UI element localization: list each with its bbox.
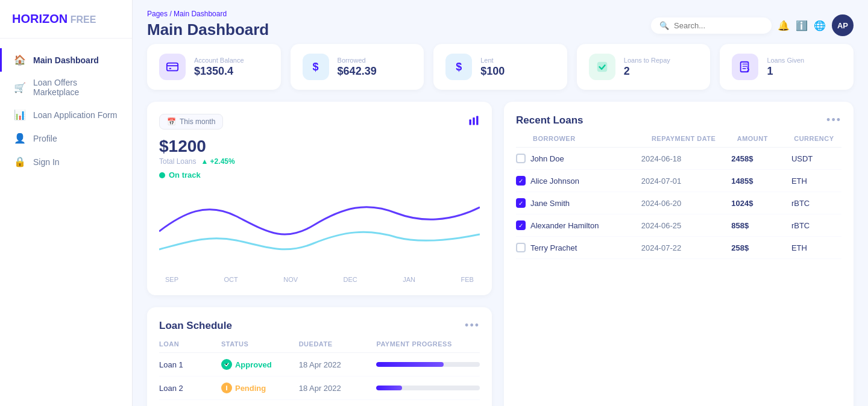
- schedule-status-label-2: Pending: [235, 384, 266, 393]
- stat-label-loans-given: Loans Given: [767, 57, 804, 64]
- progress-wrap-2: [376, 386, 480, 390]
- checkbox-2[interactable]: [516, 176, 526, 186]
- svg-rect-3: [741, 62, 749, 72]
- bar-chart-icon[interactable]: [468, 114, 480, 130]
- stat-value-loans-given: 1: [767, 65, 804, 78]
- calendar-icon: 📅: [167, 117, 176, 126]
- schedule-header: Loan Schedule •••: [159, 319, 480, 332]
- repdate-4: 2024-06-25: [641, 221, 732, 230]
- svg-rect-5: [473, 117, 474, 125]
- schedule-row-3: Loan 3 ! Error 20 May 2021: [159, 400, 480, 406]
- progress-wrap-1: [376, 362, 480, 367]
- currency-3: rBTC: [791, 199, 841, 208]
- shopping-icon: 🛒: [14, 82, 26, 93]
- this-month-button[interactable]: 📅 This month: [159, 114, 223, 130]
- th-amount: AMOUNT: [737, 135, 794, 142]
- stat-card-borrowed: $ Borrowed $642.39: [291, 44, 424, 90]
- stat-label-borrowed: Borrowed: [338, 57, 377, 64]
- checkbox-1[interactable]: [516, 154, 526, 163]
- borrower-name-5: Terry Prachet: [530, 243, 577, 252]
- recent-loans-header: Recent Loans •••: [516, 114, 841, 126]
- sth-duedate: DUEDATE: [299, 340, 377, 348]
- th-currency: CURRENCY: [794, 135, 841, 142]
- currency-5: ETH: [791, 243, 841, 252]
- repdate-2: 2024-07-01: [641, 176, 732, 186]
- repdate-5: 2024-07-22: [641, 243, 732, 252]
- two-col-layout: 📅 This month $1200 Total Loans ▲ +2.45%: [147, 102, 854, 406]
- stat-card-loans-given: Loans Given 1: [720, 44, 854, 90]
- header-actions: 🔍 🔔 ℹ️ 🌐 AP: [651, 14, 854, 36]
- search-input[interactable]: [674, 21, 763, 30]
- schedule-row-1: Loan 1 Approved 18 Apr 2022: [159, 353, 480, 376]
- currency-1: USDT: [791, 154, 841, 163]
- repdate-1: 2024-06-18: [641, 154, 732, 163]
- sidebar-item-sign-in[interactable]: 🔒 Sign In: [0, 150, 132, 173]
- svg-rect-0: [167, 63, 178, 71]
- breadcrumb-pages: Pages: [147, 10, 168, 18]
- recent-loan-row-3: Jane Smith 2024-06-20 1024$ rBTC: [516, 192, 841, 214]
- bell-icon[interactable]: 🔔: [778, 20, 790, 31]
- stat-value-loans-to-repay: 2: [624, 65, 670, 78]
- chart-header: 📅 This month: [159, 114, 480, 130]
- th-borrower: BORROWER: [516, 135, 652, 142]
- sidebar-nav: 🏠 Main Dashboard 🛒 Loan Offers Marketpla…: [0, 39, 132, 406]
- search-icon: 🔍: [659, 21, 669, 30]
- progress-fill-2: [376, 386, 402, 390]
- svg-rect-4: [470, 119, 471, 125]
- chart-label-nov: NOV: [283, 276, 298, 283]
- sidebar-item-loan-offers[interactable]: 🛒 Loan Offers Marketplace: [0, 72, 132, 103]
- amount-2: 1485$: [731, 176, 791, 186]
- borrower-name-3: Jane Smith: [530, 199, 570, 208]
- sidebar-label-profile: Profile: [33, 134, 57, 143]
- amount-1: 2458$: [731, 154, 791, 163]
- schedule-duedate-2: 18 Apr 2022: [299, 384, 377, 393]
- schedule-status-2: Pending: [221, 383, 299, 393]
- sidebar-item-profile[interactable]: 👤 Profile: [0, 126, 132, 150]
- on-track-dot: [159, 172, 165, 178]
- schedule-duedate-1: 18 Apr 2022: [299, 360, 377, 369]
- account-balance-icon: [159, 54, 186, 80]
- chart-label-feb: FEB: [461, 276, 474, 283]
- recent-loan-row-2: Alice Johnson 2024-07-01 1485$ ETH: [516, 170, 841, 192]
- loan-schedule-card: Loan Schedule ••• LOAN STATUS DUEDATE PA…: [147, 307, 492, 406]
- recent-loans-table-header: BORROWER REPAYMENT DATE AMOUNT CURRENCY: [516, 135, 841, 148]
- currency-4: rBTC: [791, 221, 841, 230]
- sidebar-label-main-dashboard: Main Dashboard: [33, 55, 99, 65]
- line-chart: [159, 189, 480, 273]
- checkbox-4[interactable]: [516, 220, 526, 230]
- total-loans-label: Total Loans: [159, 157, 196, 166]
- search-box[interactable]: 🔍: [651, 17, 772, 34]
- checkbox-3[interactable]: [516, 198, 526, 208]
- info-icon[interactable]: ℹ️: [796, 20, 808, 31]
- svg-point-8: [226, 389, 227, 390]
- svg-rect-6: [476, 116, 478, 125]
- right-column: Recent Loans ••• BORROWER REPAYMENT DATE…: [504, 102, 854, 406]
- checkbox-5[interactable]: [516, 243, 526, 252]
- chart-label-oct: OCT: [224, 276, 238, 283]
- content-area: Account Balance $1350.4 $ Borrowed $642.…: [133, 44, 868, 406]
- schedule-progress-1: [376, 362, 480, 367]
- avatar[interactable]: AP: [832, 14, 854, 36]
- globe-icon[interactable]: 🌐: [814, 20, 826, 31]
- chart-card: 📅 This month $1200 Total Loans ▲ +2.45%: [147, 102, 492, 295]
- chart-label-dec: DEC: [344, 276, 357, 283]
- loans-to-repay-icon: [589, 54, 615, 80]
- chart-amount: $1200: [159, 137, 480, 156]
- th-repdate: REPAYMENT DATE: [652, 135, 737, 142]
- recent-loans-card: Recent Loans ••• BORROWER REPAYMENT DATE…: [504, 102, 854, 406]
- trend-value: ▲ +2.45%: [201, 157, 234, 166]
- sth-status: STATUS: [221, 340, 299, 348]
- sidebar-item-loan-application[interactable]: 📊 Loan Application Form: [0, 103, 132, 126]
- main-content: Pages / Main Dashboard Main Dashboard 🔍 …: [133, 0, 868, 406]
- recent-loans-title: Recent Loans: [516, 114, 583, 126]
- page-title: Main Dashboard: [147, 20, 269, 39]
- stat-card-account-balance: Account Balance $1350.4: [147, 44, 281, 90]
- borrower-name-4: Alexander Hamilton: [530, 221, 599, 230]
- sidebar-item-main-dashboard[interactable]: 🏠 Main Dashboard: [0, 48, 132, 72]
- logo-suffix: FREE: [68, 14, 96, 25]
- stat-label-account-balance: Account Balance: [194, 57, 244, 64]
- header-left: Pages / Main Dashboard Main Dashboard: [147, 10, 269, 39]
- schedule-menu-button[interactable]: •••: [465, 319, 480, 332]
- person-icon: 👤: [14, 133, 26, 144]
- recent-loans-menu[interactable]: •••: [826, 114, 841, 126]
